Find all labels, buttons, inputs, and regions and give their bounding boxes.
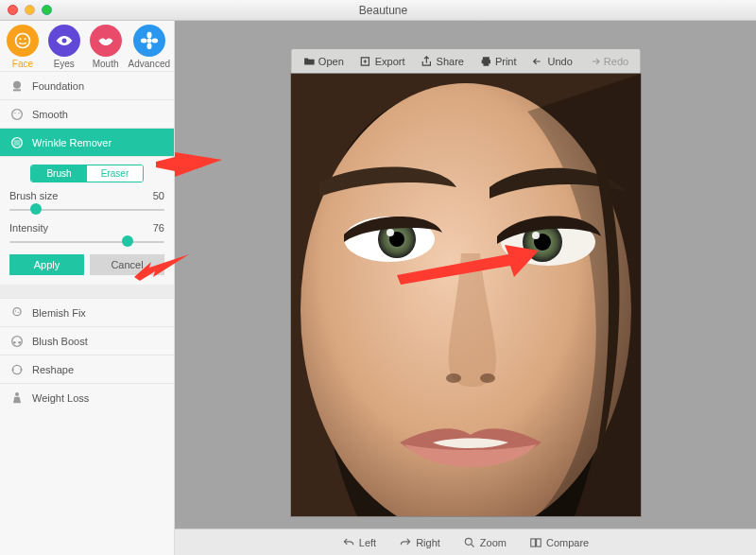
tool-blush-label: Blush Boost [32,336,88,347]
svg-point-11 [14,113,15,113]
lips-icon [96,31,115,50]
tool-blush[interactable]: Blush Boost [0,326,174,355]
svg-point-18 [13,341,16,344]
svg-point-34 [465,538,472,545]
svg-point-15 [15,310,16,311]
tool-wrinkle-label: Wrinkle Remover [32,137,112,148]
folder-icon [302,55,316,68]
toolbar-print[interactable]: Print [473,55,523,68]
apply-button[interactable]: Apply [9,254,84,275]
intensity-label: Intensity [9,222,48,234]
titlebar: Beautune [0,0,756,21]
svg-point-21 [15,392,19,396]
window-title: Beautune [18,4,748,17]
blemish-icon [9,305,25,321]
svg-point-33 [480,373,495,383]
svg-point-19 [18,341,21,344]
face-illustration [291,74,641,516]
svg-point-5 [146,32,151,39]
toolbar-redo: Redo [582,55,634,68]
tool-weight-label: Weight Loss [32,392,89,404]
brush-size-value: 50 [153,190,164,201]
compare-icon [529,536,542,549]
eye-icon [55,31,74,50]
intensity-value: 76 [153,222,164,234]
svg-point-16 [18,311,19,312]
tool-weight[interactable]: Weight Loss [0,383,174,411]
toolbar-share[interactable]: Share [415,55,470,68]
tab-eyes[interactable]: Eyes [45,25,83,69]
svg-point-10 [12,109,23,119]
weight-icon [9,390,25,406]
tab-face[interactable]: Face [4,25,42,69]
svg-point-12 [18,113,19,113]
export-icon [359,55,372,68]
svg-point-6 [146,43,151,50]
rotate-right[interactable]: Right [399,536,440,549]
photo-canvas[interactable] [291,74,641,516]
rotate-left-icon [342,536,355,549]
svg-point-7 [141,39,147,43]
svg-point-27 [387,229,394,236]
undo-icon [532,55,545,68]
tool-blemish[interactable]: Blemish Fix [0,298,174,326]
svg-point-31 [532,232,540,239]
compare-toggle[interactable]: Compare [529,536,589,549]
face-icon [13,31,32,50]
spacer [0,285,174,298]
tab-advanced[interactable]: Advanced [129,25,170,69]
tool-foundation[interactable]: Foundation [0,71,174,99]
print-icon [479,55,492,68]
wrinkle-icon [9,135,25,150]
rotate-left[interactable]: Left [342,536,376,549]
reshape-icon [9,362,25,377]
smooth-icon [9,107,25,122]
blush-icon [9,334,25,349]
tab-face-label: Face [4,59,42,69]
cancel-button[interactable]: Cancel [90,254,164,275]
rotate-right-icon [399,536,412,549]
tool-foundation-label: Foundation [32,80,84,92]
mode-brush[interactable]: Brush [31,165,87,182]
toolbar-open[interactable]: Open [297,55,350,68]
tab-mouth[interactable]: Mouth [87,25,125,69]
bottom-toolbar: Left Right Zoom Compare [175,529,756,555]
mode-eraser[interactable]: Eraser [87,165,143,182]
tool-smooth-label: Smooth [32,109,68,120]
toolbar-undo[interactable]: Undo [526,55,578,68]
svg-rect-36 [537,538,541,546]
sidebar: Face Eyes Mouth Advanced Foundation [0,21,175,555]
svg-point-32 [446,373,461,383]
tab-mouth-label: Mouth [87,59,125,69]
tool-wrinkle-remover[interactable]: Wrinkle Remover [0,128,174,156]
tool-reshape[interactable]: Reshape [0,355,174,383]
intensity-slider[interactable] [9,235,164,249]
tool-blemish-label: Blemish Fix [32,307,86,319]
share-icon [421,55,434,68]
svg-point-8 [151,39,158,43]
mode-toggle[interactable]: Brush Eraser [30,165,144,182]
redo-icon [588,55,601,68]
svg-point-1 [19,38,21,40]
svg-point-3 [61,39,66,43]
tool-reshape-label: Reshape [32,364,74,375]
brush-size-label: Brush size [9,190,58,201]
tab-eyes-label: Eyes [45,59,83,69]
toolbar-export[interactable]: Export [353,55,411,68]
foundation-icon [9,78,25,94]
svg-point-17 [12,336,23,346]
tool-smooth[interactable]: Smooth [0,99,174,128]
zoom-icon [463,536,476,549]
svg-point-9 [13,80,21,88]
category-tabs: Face Eyes Mouth Advanced [0,21,174,71]
tool-options: Brush Eraser Brush size 50 Intensity 76 [0,156,174,285]
svg-point-20 [12,365,21,373]
svg-point-4 [146,39,151,43]
zoom-toggle[interactable]: Zoom [463,536,507,549]
tab-advanced-label: Advanced [129,59,170,69]
main-toolbar: Open Export Share Print Undo Redo [291,49,640,74]
svg-point-0 [15,34,29,48]
brush-size-slider[interactable] [9,203,164,217]
close-button[interactable] [8,5,18,15]
canvas-area: Open Export Share Print Undo Redo [175,21,756,555]
